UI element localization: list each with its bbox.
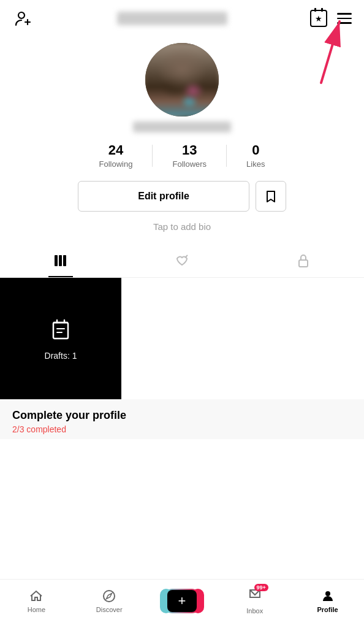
drafts-icon: [48, 316, 73, 346]
following-stat[interactable]: 24 Following: [80, 142, 153, 169]
top-nav: ★: [0, 0, 364, 37]
content-grid: Drafts: 1: [0, 278, 364, 399]
svg-rect-9: [299, 260, 308, 267]
username-display: [133, 121, 231, 132]
svg-line-8: [185, 255, 188, 258]
nav-discover-label: Discover: [96, 606, 123, 613]
svg-point-17: [325, 591, 330, 596]
complete-profile-subtitle: 2/3 completed: [12, 424, 352, 434]
stats-row: 24 Following 13 Followers 0 Likes: [12, 142, 352, 169]
svg-rect-10: [53, 323, 68, 339]
followers-count: 13: [182, 142, 197, 158]
blurred-username: [117, 12, 227, 25]
following-label: Following: [99, 159, 133, 169]
tab-private[interactable]: [243, 244, 364, 277]
following-count: 24: [108, 142, 123, 158]
nav-home-label: Home: [28, 606, 45, 613]
bottom-nav: Home Discover + 99+ Inbox Profile: [0, 579, 364, 628]
drafts-label: Drafts: 1: [45, 351, 77, 361]
followers-label: Followers: [172, 159, 207, 169]
tab-videos[interactable]: [0, 244, 121, 277]
svg-rect-5: [55, 255, 58, 266]
nav-discover[interactable]: Discover: [91, 589, 127, 613]
tabs-row: [0, 244, 364, 278]
nav-profile[interactable]: Profile: [309, 589, 346, 613]
followers-stat[interactable]: 13 Followers: [153, 142, 226, 169]
nav-inbox-label: Inbox: [246, 607, 263, 615]
svg-point-0: [18, 12, 25, 18]
complete-profile-title: Complete your profile: [12, 409, 352, 422]
nav-home[interactable]: Home: [18, 589, 55, 613]
bookmark-button[interactable]: [256, 181, 286, 212]
top-nav-icons: ★: [310, 10, 352, 27]
create-icon: +: [167, 590, 197, 612]
likes-stat[interactable]: 0 Likes: [227, 142, 284, 169]
likes-count: 0: [252, 142, 259, 158]
inbox-badge: 99+: [254, 584, 268, 591]
nav-profile-label: Profile: [317, 606, 338, 613]
profile-section: 24 Following 13 Followers 0 Likes Edit p…: [0, 37, 364, 244]
edit-profile-button[interactable]: Edit profile: [78, 181, 249, 212]
likes-label: Likes: [246, 159, 265, 169]
svg-point-16: [104, 591, 115, 602]
nav-create[interactable]: +: [164, 589, 200, 613]
nav-inbox[interactable]: 99+ Inbox: [237, 588, 273, 615]
menu-icon[interactable]: [337, 13, 352, 24]
svg-rect-7: [63, 255, 66, 266]
bio-placeholder[interactable]: Tap to add bio: [153, 221, 211, 232]
calendar-icon[interactable]: ★: [310, 10, 327, 27]
svg-rect-6: [59, 255, 62, 266]
complete-profile-banner[interactable]: Complete your profile 2/3 completed: [0, 399, 364, 439]
username-header: [34, 12, 310, 25]
tab-liked[interactable]: [121, 244, 243, 277]
add-user-button[interactable]: [12, 7, 34, 29]
avatar[interactable]: [145, 43, 219, 117]
drafts-cell[interactable]: Drafts: 1: [0, 278, 121, 399]
inbox-badge-container: 99+: [248, 588, 262, 605]
action-buttons: Edit profile: [12, 181, 352, 212]
